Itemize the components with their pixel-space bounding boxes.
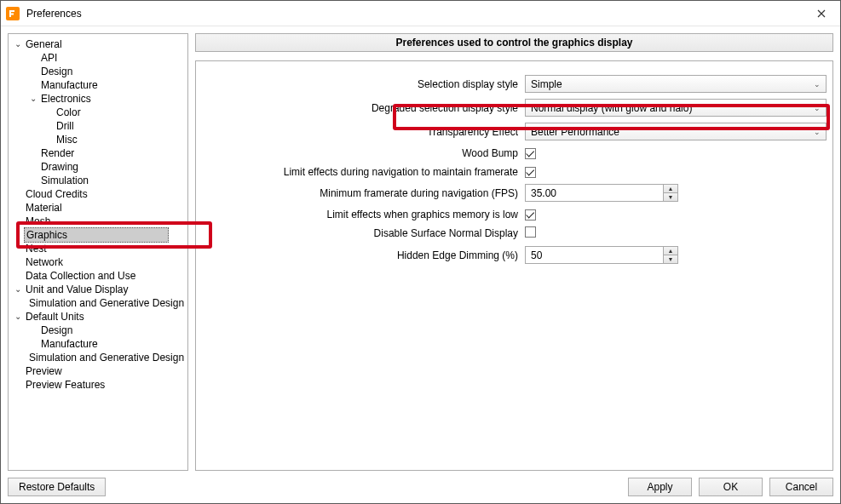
- right-panel: Preferences used to control the graphics…: [195, 33, 833, 471]
- chevron-down-icon[interactable]: ⌄: [12, 283, 24, 296]
- select-value: Better Performance: [531, 126, 619, 138]
- ok-button[interactable]: OK: [699, 478, 763, 496]
- tree-item-preview[interactable]: Preview: [12, 364, 186, 378]
- tree-label: Manufacture: [39, 78, 100, 92]
- label-selection-style: Selection display style: [196, 78, 520, 90]
- checkbox-disable-normal[interactable]: [525, 226, 536, 238]
- window-title: Preferences: [26, 8, 802, 20]
- tree-label: Mesh: [24, 215, 52, 228]
- tree-label: Network: [24, 255, 65, 269]
- spinner-value: 50: [531, 249, 542, 261]
- tree-label: Default Units: [24, 310, 86, 324]
- tree-item-network[interactable]: Network: [12, 255, 186, 269]
- tree-item-simulation[interactable]: Simulation: [27, 174, 186, 187]
- checkbox-limit-effects-mem[interactable]: [525, 209, 536, 220]
- tree-item-du-design[interactable]: Design: [27, 324, 186, 337]
- select-selection-style[interactable]: Simple ⌄: [525, 75, 827, 93]
- tree-label: Drawing: [39, 160, 80, 174]
- tree-item-mesh[interactable]: Mesh: [12, 215, 186, 228]
- tree-item-electronics[interactable]: ⌄Electronics Color Drill Misc: [27, 92, 186, 146]
- tree-label: Data Collection and Use: [24, 269, 137, 283]
- label-limit-effects-mem: Limit effects when graphics memory is lo…: [196, 209, 520, 220]
- cancel-button[interactable]: Cancel: [769, 478, 833, 496]
- select-transparency[interactable]: Better Performance ⌄: [525, 123, 827, 140]
- button-label: OK: [723, 481, 738, 493]
- tree-item-design[interactable]: Design: [27, 65, 186, 78]
- label-limit-effects-nav: Limit effects during navigation to maint…: [196, 166, 520, 178]
- panel-heading: Preferences used to control the graphics…: [195, 33, 833, 52]
- nav-tree: ⌄General API Design Manufacture ⌄Electro…: [10, 37, 186, 392]
- tree-item-color[interactable]: Color: [43, 106, 186, 119]
- checkbox-limit-effects-nav[interactable]: [525, 167, 536, 178]
- select-degraded-style[interactable]: Normal display (with glow and halo) ⌄: [525, 99, 827, 117]
- tree-panel[interactable]: ⌄General API Design Manufacture ⌄Electro…: [8, 33, 188, 471]
- tree-label: Simulation: [39, 174, 90, 187]
- spinner-down-icon[interactable]: ▼: [664, 255, 677, 263]
- tree-label: Drill: [55, 119, 76, 133]
- tree-label: Simulation and Generative Design: [27, 351, 186, 364]
- tree-item-material[interactable]: Material: [12, 201, 186, 215]
- tree-item-du-manufacture[interactable]: Manufacture: [27, 337, 186, 351]
- tree-item-default-units[interactable]: ⌄Default Units Design Manufacture Simula…: [12, 310, 186, 364]
- tree-item-data-collection[interactable]: Data Collection and Use: [12, 269, 186, 283]
- tree-label: Misc: [55, 133, 79, 146]
- select-value: Normal display (with glow and halo): [531, 102, 692, 114]
- tree-item-graphics[interactable]: Graphics: [12, 228, 186, 242]
- tree-label: Unit and Value Display: [24, 283, 130, 296]
- spinner-value: 35.00: [531, 187, 556, 199]
- tree-item-api[interactable]: API: [27, 51, 186, 65]
- tree-item-misc[interactable]: Misc: [43, 133, 186, 146]
- tree-item-du-sim-gen[interactable]: Simulation and Generative Design: [27, 351, 186, 364]
- tree-label: Cloud Credits: [24, 187, 89, 201]
- button-label: Apply: [647, 481, 672, 493]
- tree-item-drawing[interactable]: Drawing: [27, 160, 186, 174]
- tree-item-sim-gen[interactable]: Simulation and Generative Design: [27, 296, 186, 310]
- button-label: Restore Defaults: [19, 481, 95, 493]
- chevron-down-icon[interactable]: ⌄: [12, 37, 24, 51]
- close-button[interactable]: [802, 1, 840, 26]
- dialog-body: ⌄General API Design Manufacture ⌄Electro…: [1, 26, 840, 471]
- tree-item-drill[interactable]: Drill: [43, 119, 186, 133]
- tree-item-preview-features[interactable]: Preview Features: [12, 378, 186, 392]
- spinner-down-icon[interactable]: ▼: [664, 193, 677, 201]
- tree-label: API: [39, 51, 59, 65]
- tree-label: Simulation and Generative Design: [27, 296, 186, 310]
- tree-item-unit-value[interactable]: ⌄Unit and Value Display Simulation and G…: [12, 283, 186, 310]
- tree-label: Render: [39, 146, 76, 160]
- tree-label: Electronics: [39, 92, 93, 106]
- label-min-framerate: Minimum framerate during navigation (FPS…: [196, 187, 520, 199]
- tree-label: Graphics: [24, 227, 169, 243]
- tree-label: Preview: [24, 364, 64, 378]
- tree-label: Color: [55, 106, 83, 119]
- spinner-up-icon[interactable]: ▲: [664, 185, 677, 193]
- chevron-down-icon[interactable]: ⌄: [12, 310, 24, 324]
- spinner-hidden-edge[interactable]: 50 ▲ ▼: [525, 246, 678, 264]
- tree-item-nest[interactable]: Nest: [12, 242, 186, 255]
- tree-label: Design: [39, 65, 74, 78]
- select-value: Simple: [531, 78, 562, 90]
- tree-label: Nest: [24, 242, 49, 255]
- app-icon: [6, 7, 20, 20]
- spinner-min-framerate[interactable]: 35.00 ▲ ▼: [525, 184, 678, 202]
- restore-defaults-button[interactable]: Restore Defaults: [8, 478, 106, 496]
- checkbox-wood-bump[interactable]: [525, 148, 536, 159]
- apply-button[interactable]: Apply: [628, 478, 692, 496]
- tree-item-general[interactable]: ⌄General API Design Manufacture ⌄Electro…: [12, 37, 186, 187]
- tree-label: Material: [24, 201, 64, 215]
- spinner-up-icon[interactable]: ▲: [664, 247, 677, 255]
- label-wood-bump: Wood Bump: [196, 147, 520, 159]
- button-label: Cancel: [786, 481, 817, 493]
- chevron-down-icon: ⌄: [814, 80, 821, 89]
- settings-content: Selection display style Simple ⌄ Degrade…: [195, 60, 833, 471]
- tree-label: Design: [39, 324, 74, 337]
- tree-item-render[interactable]: Render: [27, 146, 186, 160]
- chevron-down-icon[interactable]: ⌄: [27, 92, 39, 106]
- label-transparency: Transparency Effect: [196, 126, 520, 138]
- chevron-down-icon: ⌄: [814, 104, 821, 112]
- tree-item-manufacture[interactable]: Manufacture: [27, 78, 186, 92]
- label-disable-normal: Disable Surface Normal Display: [196, 227, 520, 239]
- titlebar: Preferences: [1, 1, 840, 26]
- preferences-window: Preferences ⌄General API Design Manufact…: [0, 0, 841, 504]
- tree-label: Manufacture: [39, 337, 100, 351]
- tree-item-cloud-credits[interactable]: Cloud Credits: [12, 187, 186, 201]
